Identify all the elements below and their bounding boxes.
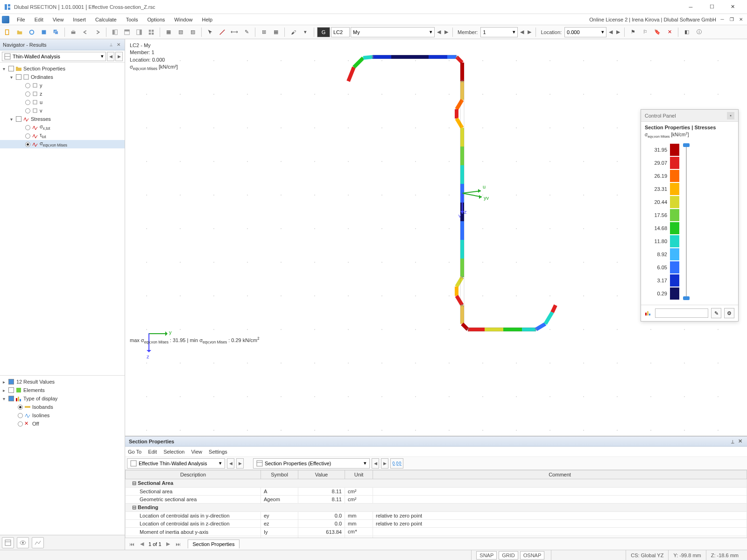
tree-off[interactable]: ✕Off bbox=[0, 420, 125, 428]
annotate-button[interactable]: ✎ bbox=[241, 27, 252, 38]
menu-edit[interactable]: Edit bbox=[30, 15, 48, 24]
navigator-lower-tree[interactable]: ▸12Result Values ▸Elements ▾Type of disp… bbox=[0, 375, 125, 535]
mdi-minimize-icon[interactable]: ─ bbox=[719, 16, 726, 23]
pager-prev[interactable]: ◀ bbox=[138, 541, 146, 547]
control-panel-title[interactable]: Control Panel ▪ bbox=[641, 110, 738, 122]
sp-an-next[interactable]: ▶ bbox=[236, 458, 244, 469]
tree-ord-v[interactable]: v bbox=[0, 106, 125, 115]
nav-mode-next[interactable]: ▶ bbox=[115, 52, 123, 61]
location-combo[interactable]: 0.000▾ bbox=[564, 27, 606, 37]
snap-button[interactable]: ⊞ bbox=[258, 27, 269, 38]
viewport[interactable]: LC2 - My Member: 1 Location: 0.000 σeqv,… bbox=[125, 39, 747, 436]
loadcase-name[interactable]: My▾ bbox=[351, 27, 435, 37]
scale-edit-button[interactable]: ✎ bbox=[711, 308, 721, 318]
table-row[interactable]: Geometric sectional areaAgeom8.11cm² bbox=[126, 496, 747, 504]
menu-window[interactable]: Window bbox=[169, 15, 197, 24]
view2-button[interactable]: ▧ bbox=[175, 27, 186, 38]
tree-ord-z[interactable]: z bbox=[0, 90, 125, 98]
info-button[interactable]: ⓘ bbox=[693, 27, 705, 38]
nav-tab-data[interactable] bbox=[2, 537, 14, 548]
sp-menu-view[interactable]: View bbox=[191, 449, 202, 455]
view3-button[interactable]: ▨ bbox=[187, 27, 198, 38]
tree-ord-u[interactable]: u bbox=[0, 98, 125, 106]
window-close[interactable]: ✕ bbox=[722, 0, 743, 14]
navigator-tree[interactable]: ▾ Section Properties ▾ Ordinates y z u v… bbox=[0, 63, 125, 375]
sp-pin-icon[interactable]: ⟂ bbox=[729, 438, 736, 445]
print-button[interactable] bbox=[68, 27, 79, 38]
sp-table-combo[interactable]: Section Properties (Effective)▾ bbox=[253, 458, 370, 469]
save-button[interactable] bbox=[38, 27, 49, 38]
sp-table[interactable]: Description Symbol Value Unit Comment ⊟S… bbox=[125, 470, 747, 538]
nav-mode-prev[interactable]: ◀ bbox=[107, 52, 114, 61]
table-group[interactable]: ⊟Sectional Area bbox=[126, 479, 747, 488]
osnap-toggle[interactable]: OSNAP bbox=[520, 551, 545, 560]
lc-next[interactable]: ▶ bbox=[443, 29, 450, 35]
loadcase-badge[interactable]: G bbox=[317, 27, 330, 37]
snap-toggle[interactable]: SNAP bbox=[476, 551, 497, 560]
sp-an-prev[interactable]: ◀ bbox=[227, 458, 234, 469]
navigator-mode-combo[interactable]: Thin-Walled Analysis▾ bbox=[2, 52, 106, 61]
tree-ordinates[interactable]: ▾ Ordinates bbox=[0, 73, 125, 81]
navigator-button[interactable] bbox=[109, 27, 120, 38]
table-group[interactable]: ⊟Bending bbox=[126, 504, 747, 512]
refresh-button[interactable] bbox=[26, 27, 37, 38]
tree-isolines[interactable]: Isolines bbox=[0, 411, 125, 420]
undo-button[interactable] bbox=[80, 27, 91, 38]
bookmark-button[interactable]: 🔖 bbox=[652, 27, 663, 38]
sp-tb-units[interactable]: 0̲.0̲0̲ bbox=[390, 458, 403, 469]
sp-tb-prev[interactable]: ◀ bbox=[372, 458, 379, 469]
layout-button[interactable] bbox=[146, 27, 157, 38]
sp-pager[interactable]: ⏮ ◀ 1 of 1 ▶ ⏭ bbox=[128, 541, 182, 547]
tree-type-display[interactable]: ▾Type of display bbox=[0, 394, 125, 403]
tree-sigma-eqv[interactable]: σeqv,von Mises bbox=[0, 140, 125, 148]
select-button[interactable] bbox=[204, 27, 216, 38]
tree-stresses[interactable]: ▾ Stresses bbox=[0, 115, 125, 123]
member-next[interactable]: ▶ bbox=[526, 29, 533, 35]
mdi-restore-icon[interactable]: ❐ bbox=[728, 16, 735, 23]
nav-pin-icon[interactable]: ⟂ bbox=[108, 42, 114, 48]
scale-settings-button[interactable]: ⚙ bbox=[724, 308, 734, 318]
scale-value-field[interactable] bbox=[655, 308, 708, 318]
menu-tools[interactable]: Tools bbox=[121, 15, 143, 24]
open-button[interactable] bbox=[14, 27, 25, 38]
nav-close-icon[interactable]: ✕ bbox=[115, 42, 122, 48]
saveall-button[interactable] bbox=[50, 27, 62, 38]
pager-last[interactable]: ⏭ bbox=[175, 541, 182, 547]
sp-menu-selection[interactable]: Selection bbox=[163, 449, 184, 455]
menu-insert[interactable]: Insert bbox=[68, 15, 91, 24]
grid-toggle[interactable]: GRID bbox=[499, 551, 518, 560]
table-row[interactable]: Moment of inertia about y-axisIy613.84cm… bbox=[126, 528, 747, 536]
table-row[interactable]: Location of centroidal axis in y-directi… bbox=[126, 512, 747, 520]
window-maximize[interactable]: ☐ bbox=[701, 0, 722, 14]
loc-prev[interactable]: ◀ bbox=[607, 29, 614, 35]
menu-view[interactable]: View bbox=[48, 15, 69, 24]
sp-close-icon[interactable]: ✕ bbox=[737, 438, 743, 445]
loadcase-code[interactable]: LC2 bbox=[331, 27, 350, 37]
menu-options[interactable]: Options bbox=[142, 15, 169, 24]
tree-elements[interactable]: ▸Elements bbox=[0, 386, 125, 394]
new-button[interactable] bbox=[2, 27, 13, 38]
control-panel-close-icon[interactable]: ▪ bbox=[727, 112, 734, 119]
lc-prev[interactable]: ◀ bbox=[436, 29, 442, 35]
window-minimize[interactable]: ─ bbox=[680, 0, 701, 14]
tree-ord-y[interactable]: y bbox=[0, 81, 125, 90]
member-combo[interactable]: 1▾ bbox=[480, 27, 518, 37]
menu-file[interactable]: File bbox=[12, 15, 30, 24]
sp-menu-settings[interactable]: Settings bbox=[209, 449, 227, 455]
tree-section-properties[interactable]: ▾ Section Properties bbox=[0, 64, 125, 73]
dimension-button[interactable]: ⟷ bbox=[229, 27, 240, 38]
loc-next[interactable]: ▶ bbox=[615, 29, 621, 35]
sp-menu-goto[interactable]: Go To bbox=[128, 449, 141, 455]
sp-menu-edit[interactable]: Edit bbox=[148, 449, 157, 455]
flag2-button[interactable]: ⚐ bbox=[640, 27, 651, 38]
member-prev[interactable]: ◀ bbox=[519, 29, 525, 35]
panel-button[interactable] bbox=[121, 27, 133, 38]
menu-help[interactable]: Help bbox=[197, 15, 217, 24]
sidepanel-button[interactable] bbox=[134, 27, 145, 38]
grid-button[interactable]: ▦ bbox=[270, 27, 282, 38]
tree-result-values[interactable]: ▸12Result Values bbox=[0, 378, 125, 386]
table-row[interactable]: Sectional areaA8.11cm² bbox=[126, 488, 747, 496]
nav-tab-display[interactable] bbox=[17, 537, 29, 548]
view1-button[interactable]: ▦ bbox=[163, 27, 174, 38]
delete-button[interactable]: ✕ bbox=[664, 27, 675, 38]
